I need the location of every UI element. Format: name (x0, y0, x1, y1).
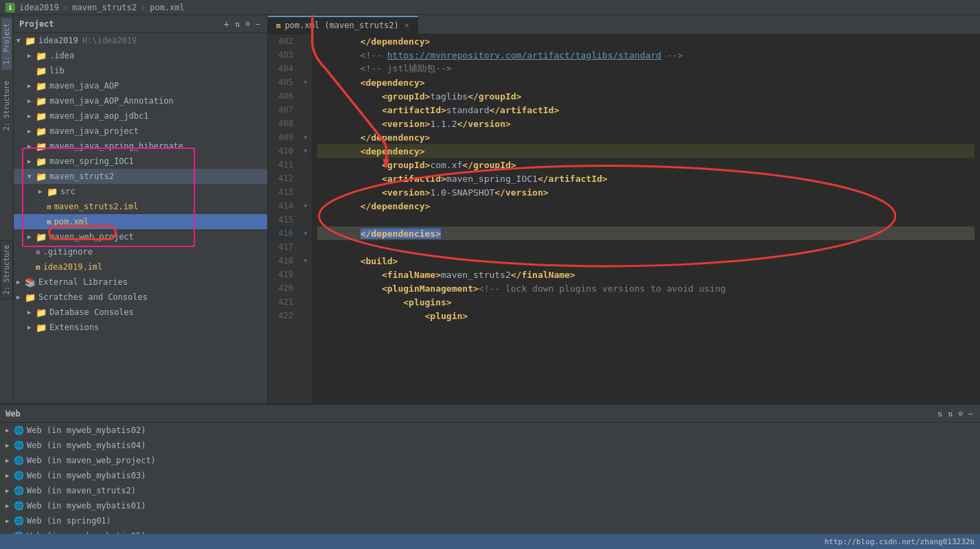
extensions-label: Extensions (49, 323, 99, 332)
bottom-expand-btn[interactable]: ⇅ (946, 409, 954, 419)
tree-item-extensions[interactable]: ▶ 📁 Extensions (14, 320, 267, 335)
code-line-415 (317, 213, 975, 226)
title-sep-1: › (63, 3, 68, 12)
code-line-422: <plugin> (317, 309, 975, 323)
sidebar-tab-structure[interactable]: 2: Structure (1, 75, 12, 136)
bottom-item-7[interactable]: ▶ 🌐 Web (in spring01) (0, 513, 980, 528)
project-panel-title: Project (19, 19, 219, 29)
status-bar: http://blog.csdn.net/zhang013232b (0, 534, 980, 549)
tree-item-aop-ann[interactable]: ▶ 📁 maven_java_AOP_Annotation (14, 93, 267, 108)
structure-tab[interactable]: 2: Structure (0, 240, 13, 299)
tree-item-struts2[interactable]: ▼ 📁 maven_struts2 (14, 169, 267, 184)
settings-btn[interactable]: ⚙ (244, 19, 251, 28)
bottom-item-3[interactable]: ▶ 🌐 Web (in maven_web_project) (0, 453, 980, 468)
bottom-item-2[interactable]: ▶ 🌐 Web (in myweb_mybatis04) (0, 438, 980, 453)
bottom-panel-header: Web ⇅ ⇅ ⚙ − (0, 405, 980, 423)
code-line-417 (317, 240, 975, 254)
tree-item-aop[interactable]: ▶ 📁 maven_java_AOP (14, 78, 267, 93)
tree-item-spring-ioc1[interactable]: ▶ 📁 maven_spring_IOC1 (14, 154, 267, 169)
status-right: http://blog.csdn.net/zhang013232b (824, 537, 975, 546)
tree-item-scratches[interactable]: ▶ 📁 Scratches and Consoles (14, 290, 267, 305)
bottom-panel-title: Web (5, 409, 933, 419)
bottom-item-5[interactable]: ▶ 🌐 Web (in maven_struts2) (0, 483, 980, 498)
line-numbers: 402 403 404 405 406 407 408 409 410 411 … (268, 34, 299, 404)
tab-close-btn[interactable]: × (404, 21, 409, 30)
tree-item-struts2-iml[interactable]: m maven_struts2.iml (14, 199, 267, 214)
code-line-402: </dependency> (317, 34, 975, 48)
tree-item-jdbc1[interactable]: ▶ 📁 maven_java_aop_jdbc1 (14, 108, 267, 124)
tree-item-java-project[interactable]: ▶ 📁 maven_java_project (14, 124, 267, 139)
tree-item-gitignore[interactable]: ⚙ .gitignore (14, 244, 267, 259)
bottom-item-1[interactable]: ▶ 🌐 Web (in myweb_mybatis02) (0, 423, 980, 438)
code-line-413: <version>1.0-SNAPSHOT</version> (317, 185, 975, 199)
bottom-list: ▶ 🌐 Web (in myweb_mybatis02) ▶ 🌐 Web (in… (0, 423, 980, 534)
tab-pom-xml[interactable]: m pom.xml (maven_struts2) × (268, 16, 418, 34)
db-consoles-label: Database Consoles (49, 307, 134, 317)
title-part-2: maven_struts2 (72, 3, 137, 12)
code-line-421: <plugins> (317, 295, 975, 309)
code-line-406: <groupId>taglibs</groupId> (317, 89, 975, 103)
idea2019-label: idea2019 (38, 36, 78, 45)
title-sep-2: › (141, 3, 146, 12)
code-line-418: <build> (317, 254, 975, 268)
tree-item-idea2019[interactable]: ▼ 📁 idea2019 H:\idea2019 (14, 33, 267, 48)
tree-item-db-consoles[interactable]: ▶ 📁 Database Consoles (14, 305, 267, 320)
title-part-1: idea2019 (19, 3, 59, 12)
app-icon: i (5, 3, 15, 12)
code-line-416: </dependencies> (317, 226, 975, 240)
tree-item-pom-xml[interactable]: m pom.xml (14, 214, 267, 229)
tree-item-web-project[interactable]: ▶ 📁 maven_web_project (14, 229, 267, 244)
tree-item-ext-libs[interactable]: ▶ 📚 External Libraries (14, 274, 267, 290)
code-line-412: <artifactId>maven_spring_IOC1</artifactI… (317, 172, 975, 185)
code-line-409: </dependency> (317, 130, 975, 144)
tab-label: pom.xml (maven_struts2) (285, 21, 399, 30)
bottom-item-8[interactable]: ▶ 🌐 Web (in myweb_mybatis05) (0, 528, 980, 534)
tree-item-src[interactable]: ▶ 📁 src (14, 184, 267, 199)
code-line-420: <pluginManagement><!-- lock down plugins… (317, 281, 975, 295)
code-line-403: <!-- https://mvnrepository.com/artifact/… (317, 48, 975, 62)
code-content: </dependency> <!-- https://mvnrepository… (312, 34, 980, 404)
bottom-settings-btn[interactable]: ⚙ (957, 409, 964, 418)
bottom-item-6[interactable]: ▶ 🌐 Web (in myweb_mybatis01) (0, 498, 980, 513)
add-btn[interactable]: + (222, 19, 230, 30)
sidebar-tab-project[interactable]: 1: Project (1, 18, 12, 70)
scratches-label: Scratches and Consoles (38, 292, 148, 302)
project-tree: ▼ 📁 idea2019 H:\idea2019 ▶ 📁 .idea (14, 33, 267, 404)
bottom-minimize-btn[interactable]: − (967, 409, 975, 419)
sync-btn[interactable]: ⇅ (233, 19, 241, 29)
bottom-item-4[interactable]: ▶ 🌐 Web (in myweb_mybatis03) (0, 468, 980, 483)
title-bar: i idea2019 › maven_struts2 › pom.xml (0, 0, 980, 15)
editor-gutter: ▼ ▼ ▼ ▼ ▼ ▼ (299, 34, 312, 404)
code-line-410: <dependency> (317, 144, 975, 158)
minimize-btn[interactable]: − (254, 19, 262, 29)
tree-item-spring-hibernate[interactable]: ▶ 📁 maven_java_spring_hibernate (14, 139, 267, 154)
bottom-sync-btn[interactable]: ⇅ (936, 409, 944, 419)
title-part-3: pom.xml (150, 3, 185, 12)
tree-item-idea[interactable]: ▶ 📁 .idea (14, 48, 267, 63)
editor-tabs: m pom.xml (maven_struts2) × (268, 15, 980, 34)
code-line-411: <groupId>com.xf</groupId> (317, 158, 975, 172)
tree-item-lib[interactable]: 📁 lib (14, 63, 267, 78)
code-line-408: <version>1.1.2</version> (317, 117, 975, 130)
tree-item-idea2019-iml[interactable]: m idea2019.iml (14, 259, 267, 274)
code-line-404: <!-- jstl辅助包--> (317, 62, 975, 75)
code-line-414: </dependency> (317, 199, 975, 213)
code-line-419: <finalName>maven_struts2</finalName> (317, 268, 975, 281)
code-line-405: <dependency> (317, 75, 975, 89)
code-line-407: <artifactId>standard</artifactId> (317, 103, 975, 117)
project-panel-header: Project + ⇅ ⚙ − (14, 15, 267, 33)
